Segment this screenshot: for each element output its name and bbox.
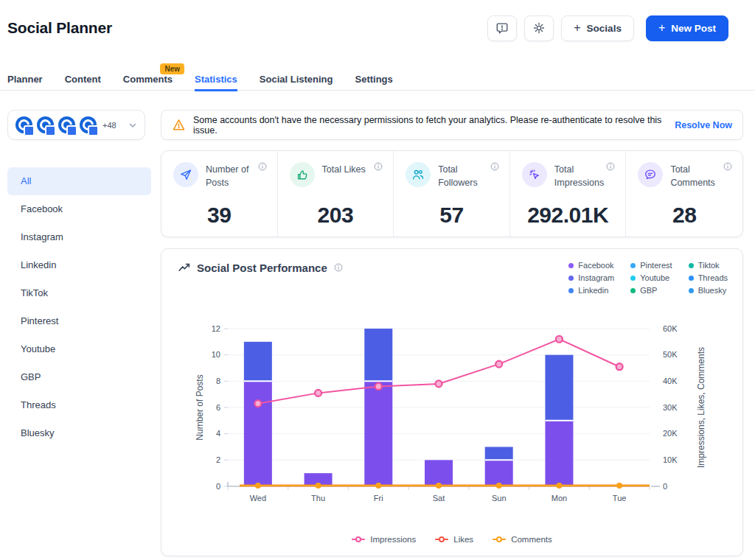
info-icon[interactable] — [723, 161, 733, 172]
svg-text:Impressions, Likes, Comments: Impressions, Likes, Comments — [696, 347, 706, 468]
comments-stat-icon-bubble — [638, 162, 663, 187]
impressions-marker — [352, 536, 365, 543]
followers-stat-icon-bubble — [406, 162, 431, 187]
posts-stat-icon-bubble — [173, 162, 198, 187]
sidebar-item-threads[interactable]: Threads — [7, 391, 151, 419]
comments-icon — [644, 168, 657, 181]
sidebar-item-bluesky[interactable]: Bluesky — [7, 419, 151, 447]
stat-total-followers: Total Followers 57 — [394, 151, 510, 237]
legend-item-linkedin[interactable]: Linkedin — [568, 286, 614, 295]
legend-item-bluesky[interactable]: Bluesky — [689, 286, 728, 295]
legend-item-instagram[interactable]: Instagram — [568, 273, 614, 282]
more-accounts-count: +48 — [102, 121, 116, 130]
stat-value: 28 — [626, 203, 742, 228]
info-icon[interactable] — [490, 161, 500, 172]
legend-dot — [630, 276, 636, 281]
svg-text:8: 8 — [216, 377, 220, 385]
svg-text:Thu: Thu — [311, 494, 325, 503]
account-avatar — [15, 116, 32, 133]
message-alert-icon — [495, 21, 509, 35]
legend-dot — [568, 263, 574, 268]
tab-statistics[interactable]: Statistics — [195, 74, 237, 91]
stat-value: 292.01K — [510, 203, 626, 228]
legend-item-comments[interactable]: Comments — [493, 535, 552, 544]
svg-text:Fri: Fri — [374, 494, 383, 503]
social-planner-page: Social Planner + Socials + New Pos — [0, 0, 755, 560]
legend-item-likes[interactable]: Likes — [435, 535, 473, 544]
sidebar-item-linkedin[interactable]: Linkedin — [7, 251, 151, 279]
svg-text:Sat: Sat — [433, 494, 445, 503]
plus-icon: + — [658, 22, 665, 34]
legend-item-youtube[interactable]: Youtube — [630, 273, 672, 282]
tab-content[interactable]: Content — [65, 74, 101, 90]
tab-social-listening[interactable]: Social Listening — [260, 74, 333, 90]
legend-item-gbp[interactable]: GBP — [630, 286, 672, 295]
account-selector[interactable]: +48 — [7, 110, 145, 140]
stat-total-impressions: Total Impressions 292.01K — [510, 151, 627, 237]
sidebar-item-all[interactable]: All — [7, 167, 151, 195]
tab-planner[interactable]: Planner — [7, 74, 43, 90]
resolve-now-link[interactable]: Resolve Now — [675, 120, 732, 130]
socials-button[interactable]: + Socials — [561, 15, 634, 41]
sidebar-item-pinterest[interactable]: Pinterest — [7, 307, 151, 335]
warning-message: Some accounts don't have the necessary p… — [193, 115, 666, 136]
social-post-performance-card: Social Post Performance Facebook Pintere… — [161, 248, 743, 556]
stat-value: 203 — [278, 203, 394, 228]
stat-number-of-posts: Number of Posts 39 — [161, 151, 278, 237]
social-post-performance-chart[interactable]: 024681012010K20K30K40K50K60KWedThuFriSat… — [178, 317, 728, 510]
topbar: Social Planner + Socials + New Pos — [7, 13, 728, 43]
legend-dot — [630, 263, 636, 268]
svg-text:Tue: Tue — [613, 494, 627, 503]
svg-text:40K: 40K — [663, 377, 678, 385]
tab-comments[interactable]: Comments New — [123, 74, 173, 90]
stat-label: Total Likes — [322, 162, 366, 177]
info-icon[interactable] — [333, 262, 344, 273]
legend-item-threads[interactable]: Threads — [689, 273, 728, 282]
legend-item-facebook[interactable]: Facebook — [568, 261, 614, 270]
stat-value: 57 — [394, 203, 509, 228]
legend-dot — [689, 288, 694, 293]
stat-label: Total Impressions — [554, 162, 610, 189]
followers-icon — [411, 168, 425, 181]
chart-header: Social Post Performance Facebook Pintere… — [178, 261, 728, 295]
svg-text:10: 10 — [212, 350, 220, 359]
likes-marker — [435, 536, 448, 543]
feedback-button[interactable] — [487, 15, 517, 41]
sidebar-item-gbp[interactable]: GBP — [7, 363, 151, 391]
sidebar-item-youtube[interactable]: Youtube — [7, 335, 151, 363]
stat-value: 39 — [161, 203, 277, 228]
sidebar-item-facebook[interactable]: Facebook — [7, 195, 151, 223]
svg-text:12: 12 — [212, 324, 220, 333]
settings-button[interactable] — [524, 15, 554, 41]
socials-button-label: Socials — [587, 23, 622, 34]
stat-label: Number of Posts — [206, 162, 262, 189]
info-icon[interactable] — [257, 161, 268, 172]
legend-item-impressions[interactable]: Impressions — [352, 535, 416, 544]
impressions-stat-icon-bubble — [522, 162, 547, 187]
legend-item-pinterest[interactable]: Pinterest — [630, 261, 672, 270]
svg-text:6: 6 — [216, 403, 220, 412]
likes-stat-icon-bubble — [290, 162, 315, 187]
svg-text:Mon: Mon — [552, 494, 567, 503]
stats-summary-card: Number of Posts 39 Total Likes 203 — [161, 150, 743, 237]
stat-total-comments: Total Comments 28 — [626, 151, 742, 237]
series-legend: Impressions Likes Comments — [161, 535, 742, 544]
legend-dot — [568, 288, 574, 293]
stat-total-likes: Total Likes 203 — [278, 151, 394, 237]
tab-settings[interactable]: Settings — [355, 74, 392, 90]
legend-dot — [689, 276, 694, 281]
info-icon[interactable] — [373, 161, 383, 172]
sidebar-item-tiktok[interactable]: TikTok — [7, 279, 151, 307]
trend-up-icon — [178, 261, 191, 274]
sidebar-item-instagram[interactable]: Instagram — [7, 223, 151, 251]
legend-item-tiktok[interactable]: Tiktok — [689, 261, 728, 270]
plus-icon: + — [574, 22, 580, 34]
send-icon — [179, 168, 192, 181]
new-post-button[interactable]: + New Post — [646, 15, 728, 41]
info-icon[interactable] — [605, 161, 616, 172]
chart-title: Social Post Performance — [197, 262, 327, 274]
new-badge: New — [160, 63, 184, 74]
svg-text:0: 0 — [663, 482, 667, 491]
stat-label: Total Comments — [670, 162, 726, 189]
tab-bar: Planner Content Comments New Statistics … — [0, 74, 755, 91]
